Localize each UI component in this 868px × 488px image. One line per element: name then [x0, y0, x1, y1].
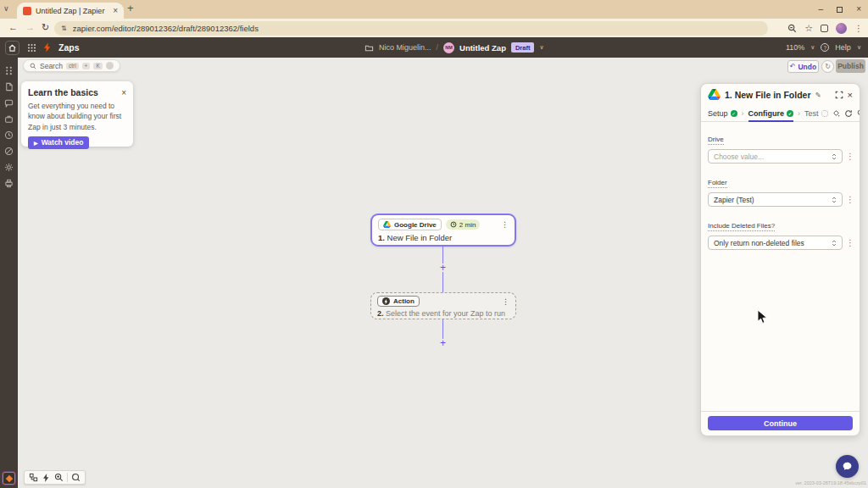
- tab-separator-icon: ›: [798, 109, 800, 118]
- tab-close-icon[interactable]: ×: [113, 6, 118, 15]
- learn-card-body: Get everything you need to know about bu…: [28, 101, 126, 132]
- step-placeholder-title: 2. Select the event for your Zap to run: [377, 309, 509, 318]
- learn-card-close-icon[interactable]: ×: [121, 88, 126, 97]
- back-icon[interactable]: ←: [8, 22, 18, 32]
- status-circle-icon[interactable]: [0, 147, 18, 156]
- new-tab-button[interactable]: +: [127, 2, 134, 14]
- zoom-chevron-icon[interactable]: ∨: [810, 44, 815, 51]
- tab-test[interactable]: Test: [804, 105, 828, 122]
- topnav-left: Zaps: [5, 37, 80, 58]
- select-chevrons-icon: [832, 196, 837, 204]
- undo-button[interactable]: ↶ Undo: [787, 60, 819, 73]
- forward-icon[interactable]: →: [25, 22, 35, 32]
- zoom-level[interactable]: 110%: [786, 43, 804, 52]
- zap-breadcrumb: Nico Miguelin... / NM Untitled Zap Draft…: [364, 37, 544, 58]
- minimize-icon[interactable]: –: [819, 0, 824, 19]
- zaps-nav-label[interactable]: Zaps: [58, 42, 80, 53]
- tab-search-chevron-icon[interactable]: ∨: [3, 4, 9, 13]
- kbd-ctrl: ctrl: [66, 63, 79, 69]
- window-close-icon[interactable]: ×: [856, 0, 861, 19]
- watch-video-button[interactable]: ▶ Watch video: [28, 136, 89, 149]
- help-question-icon: ?: [821, 43, 829, 52]
- publish-button[interactable]: Publish: [836, 59, 865, 73]
- select-chevrons-icon: [832, 239, 837, 247]
- test-pending-icon: [821, 110, 828, 117]
- add-step-button[interactable]: +: [439, 263, 447, 272]
- zap-menu-chevron-icon[interactable]: ∨: [539, 44, 543, 51]
- browser-profile-avatar[interactable]: [836, 23, 847, 34]
- step-menu-icon[interactable]: ⋮: [502, 297, 509, 306]
- action-dot-icon: [382, 297, 390, 305]
- drive-select[interactable]: Choose value...: [708, 149, 843, 164]
- canvas-search[interactable]: Search ctrl + K: [23, 59, 120, 72]
- add-step-button[interactable]: +: [439, 339, 447, 347]
- help-label[interactable]: Help: [835, 43, 851, 52]
- tab-setup[interactable]: Setup ✓: [708, 105, 737, 122]
- help-chevron-icon[interactable]: ∨: [857, 44, 861, 51]
- step-card-trigger[interactable]: Google Drive 2 min ⋮ 1. New File in Fold…: [370, 214, 516, 247]
- zoom-icon[interactable]: [787, 24, 797, 33]
- refresh-icon[interactable]: [844, 109, 853, 118]
- bolt-tool-icon[interactable]: [40, 471, 53, 484]
- panel-body: Drive Choose value... ⋮ Folder Zapier (T…: [701, 122, 860, 411]
- app-pill-google-drive[interactable]: Google Drive: [378, 219, 442, 230]
- step-menu-icon[interactable]: ⋮: [501, 220, 509, 229]
- field-menu-icon[interactable]: ⋮: [846, 152, 853, 161]
- step-title: 1. New File in Folder: [378, 233, 509, 242]
- learn-basics-card: Learn the basics × Get everything you ne…: [21, 81, 133, 147]
- sparkle-diamond-icon[interactable]: [832, 109, 840, 117]
- select-chevrons-icon: [832, 152, 837, 161]
- restore-icon[interactable]: [837, 7, 843, 13]
- copilot-button[interactable]: [3, 472, 15, 485]
- rename-pencil-icon[interactable]: ✎: [815, 91, 821, 99]
- browser-tab[interactable]: Untitled Zap | Zapier ×: [17, 3, 124, 19]
- address-bar[interactable]: ⇅ zapier.com/editor/289012362/draft/2890…: [54, 21, 768, 36]
- reload-icon[interactable]: ↻: [42, 22, 49, 33]
- bookmark-star-icon[interactable]: ☆: [804, 23, 813, 34]
- browser-tabstrip: ∨ Untitled Zap | Zapier × + – ×: [0, 0, 868, 19]
- learn-card-title: Learn the basics: [28, 87, 98, 97]
- browser-menu-icon[interactable]: ⋮: [854, 24, 863, 33]
- home-button[interactable]: [5, 41, 19, 55]
- duration-badge: 2 min: [446, 219, 481, 230]
- step-card-action-placeholder[interactable]: Action ⋮ 2. Select the event for your Za…: [370, 292, 516, 319]
- panel-footer: Continue: [701, 411, 860, 435]
- field-search-icon[interactable]: [857, 109, 860, 117]
- setup-check-icon: ✓: [731, 110, 737, 117]
- folder-select[interactable]: Zapier (Test): [708, 192, 843, 207]
- site-info-icon[interactable]: ⇅: [61, 25, 67, 32]
- url-text: zapier.com/editor/289012362/draft/289012…: [73, 24, 259, 33]
- support-chat-button[interactable]: [836, 455, 859, 478]
- history-clock-icon[interactable]: [0, 130, 18, 140]
- configure-check-icon: ✓: [787, 110, 793, 117]
- kbd-k: K: [93, 63, 102, 69]
- zapier-topnav: Zaps Nico Miguelin... / NM Untitled Zap …: [0, 37, 868, 58]
- zoom-in-icon[interactable]: [53, 471, 65, 484]
- folder-icon: [364, 43, 374, 53]
- field-menu-icon[interactable]: ⋮: [846, 195, 853, 204]
- tab-configure[interactable]: Configure ✓: [748, 105, 794, 122]
- topnav-right: 110% ∨ ? Help ∨: [786, 37, 861, 58]
- zap-title[interactable]: Untitled Zap: [459, 43, 506, 53]
- notes-icon[interactable]: [0, 82, 18, 92]
- field-menu-icon[interactable]: ⋮: [846, 238, 853, 247]
- briefcase-icon[interactable]: [0, 114, 18, 124]
- map-layout-icon[interactable]: [27, 471, 40, 484]
- comments-icon[interactable]: [0, 98, 18, 108]
- mouse-cursor: [757, 309, 767, 324]
- undo-icon: ↶: [790, 63, 796, 70]
- extensions-icon[interactable]: [821, 25, 828, 32]
- settings-gear-icon[interactable]: [0, 163, 18, 172]
- action-pill[interactable]: Action: [377, 296, 420, 307]
- include-deleted-select[interactable]: Only return non-deleted files: [708, 236, 843, 250]
- redo-button[interactable]: ↻: [821, 60, 834, 73]
- field-label: Drive: [708, 136, 724, 145]
- search-canvas-icon[interactable]: [70, 471, 82, 484]
- expand-icon[interactable]: [835, 91, 843, 99]
- app-grid-icon[interactable]: [27, 43, 36, 53]
- archive-icon[interactable]: [0, 179, 18, 188]
- continue-button[interactable]: Continue: [708, 416, 853, 430]
- panel-close-icon[interactable]: ×: [848, 90, 853, 100]
- breadcrumb-folder[interactable]: Nico Miguelin...: [379, 43, 431, 52]
- apps-dots-icon[interactable]: [0, 66, 18, 75]
